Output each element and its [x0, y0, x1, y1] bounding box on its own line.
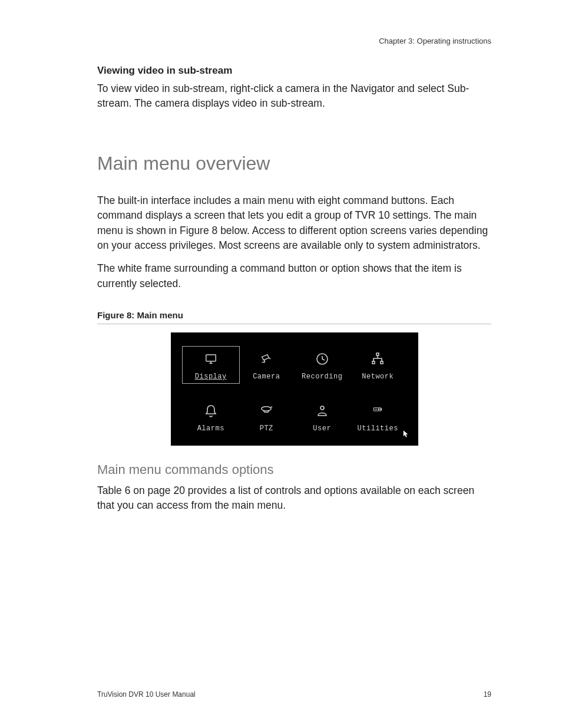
menu-item-camera[interactable]: Camera — [240, 351, 293, 381]
paragraph: The built-in interface includes a main m… — [97, 193, 491, 253]
paragraph: Table 6 on page 20 provides a list of co… — [97, 483, 491, 513]
menu-item-alarms[interactable]: Alarms — [185, 403, 237, 433]
subheading-viewing-substream: Viewing video in sub-stream — [97, 65, 491, 77]
menu-label: User — [313, 424, 331, 433]
monitor-icon — [202, 351, 220, 367]
clock-icon — [313, 351, 331, 367]
menu-item-display[interactable]: Display — [183, 347, 240, 383]
menu-label: Recording — [302, 373, 342, 381]
page-number: 19 — [484, 690, 491, 699]
page-footer: TruVision DVR 10 User Manual 19 — [97, 690, 491, 699]
menu-item-user[interactable]: User — [296, 403, 349, 433]
menu-item-network[interactable]: Network — [352, 351, 404, 381]
menu-label: Display — [195, 373, 227, 381]
svg-point-12 — [378, 409, 379, 410]
menu-item-recording[interactable]: Recording — [296, 351, 349, 381]
heading-main-menu-overview: Main menu overview — [97, 153, 491, 174]
battery-icon — [369, 403, 386, 419]
menu-label: PTZ — [260, 424, 273, 433]
chapter-header: Chapter 3: Operating instructions — [379, 37, 491, 45]
heading-main-menu-commands: Main menu commands options — [97, 462, 491, 477]
svg-rect-4 — [376, 353, 379, 355]
bell-icon — [202, 403, 220, 419]
menu-label: Alarms — [197, 424, 224, 433]
svg-point-7 — [262, 407, 272, 411]
svg-rect-6 — [381, 361, 383, 364]
menu-label: Network — [362, 373, 394, 381]
menu-label: Utilities — [358, 424, 398, 433]
paragraph: The white frame surrounding a command bu… — [97, 261, 491, 291]
cursor-icon — [403, 430, 409, 440]
svg-point-8 — [320, 406, 324, 410]
document-page: Chapter 3: Operating instructions Viewin… — [0, 0, 562, 728]
figure-caption: Figure 8: Main menu — [97, 310, 491, 324]
ptz-icon — [257, 403, 275, 419]
svg-rect-5 — [372, 361, 375, 364]
main-menu-screenshot: Display Camera Recording Network — [171, 332, 418, 446]
footer-title: TruVision DVR 10 User Manual — [97, 690, 196, 699]
network-icon — [369, 351, 386, 367]
menu-label: Camera — [253, 373, 280, 381]
user-icon — [313, 403, 331, 419]
menu-item-utilities[interactable]: Utilities — [352, 403, 404, 433]
camera-icon — [257, 351, 275, 367]
paragraph: To view video in sub-stream, right-click… — [97, 81, 491, 111]
figure-wrapper: Display Camera Recording Network — [97, 332, 491, 446]
svg-rect-0 — [206, 355, 216, 361]
svg-rect-10 — [381, 409, 382, 410]
menu-item-ptz[interactable]: PTZ — [240, 403, 293, 433]
